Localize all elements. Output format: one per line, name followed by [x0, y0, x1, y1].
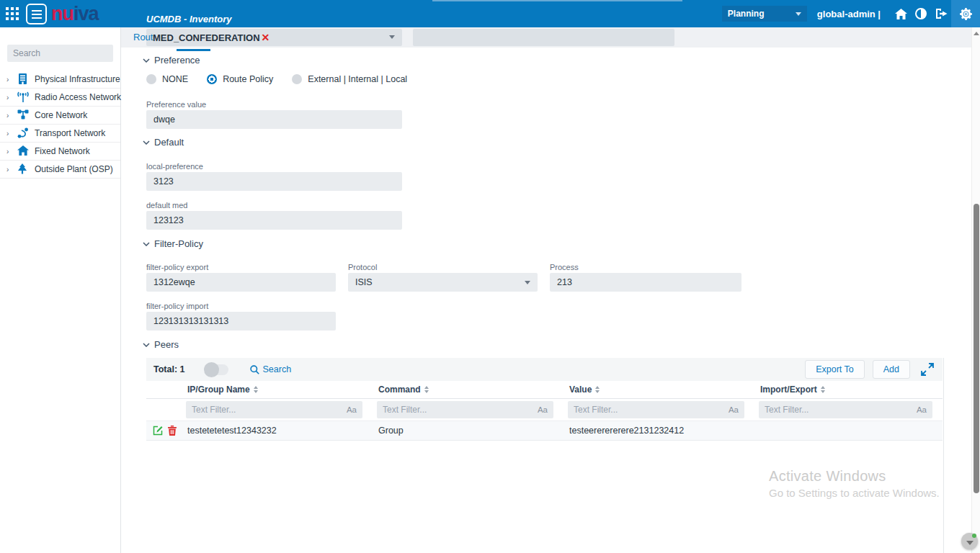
- column-header-command[interactable]: Command: [373, 385, 564, 395]
- sidebar-item-label: Core Network: [35, 110, 87, 120]
- filter-value: Aa: [568, 401, 744, 418]
- scrollbar-thumb[interactable]: [974, 204, 979, 493]
- case-sensitive-toggle[interactable]: Aa: [729, 405, 739, 414]
- filter-policy-export-input[interactable]: [146, 273, 336, 292]
- sidebar-search-input[interactable]: [7, 45, 113, 62]
- chevron-down-icon: [143, 58, 150, 63]
- search-button[interactable]: Search: [250, 364, 292, 374]
- table-row[interactable]: testetetetest12343232 Group testeererere…: [146, 421, 943, 441]
- route-tab-label[interactable]: Rout: [133, 32, 153, 42]
- sidebar-item-label: Radio Access Network: [35, 92, 121, 102]
- sort-icon[interactable]: [595, 386, 600, 393]
- filter-ip-group-name: Aa: [186, 401, 362, 418]
- sidebar-item-label: Fixed Network: [35, 146, 90, 156]
- radio-icon[interactable]: [292, 74, 302, 84]
- planning-dropdown[interactable]: Planning: [722, 6, 807, 22]
- total-count: Total: 1: [153, 364, 185, 374]
- chevron-right-icon[interactable]: ›: [6, 112, 12, 120]
- settings-gear-icon[interactable]: [951, 0, 980, 27]
- sort-icon[interactable]: [821, 386, 825, 393]
- chevron-down-icon: [389, 35, 395, 39]
- expand-table-icon[interactable]: [919, 361, 935, 377]
- section-default[interactable]: Default: [143, 137, 184, 148]
- column-header-ip-group-name[interactable]: IP/Group Name: [182, 385, 373, 395]
- edit-icon[interactable]: [153, 426, 163, 436]
- sidebar-item-outside-plant[interactable]: › Outside Plant (OSP): [0, 161, 120, 179]
- local-preference-input[interactable]: [146, 172, 402, 191]
- vertical-scrollbar[interactable]: [971, 27, 980, 553]
- case-sensitive-toggle[interactable]: Aa: [347, 405, 357, 414]
- sidebar-item-transport-network[interactable]: › Transport Network: [0, 125, 120, 143]
- antenna-icon: [17, 91, 30, 103]
- radio-icon[interactable]: [146, 74, 156, 84]
- chevron-down-icon: [143, 242, 150, 246]
- tree-icon: [17, 163, 30, 175]
- preference-value-input[interactable]: [146, 110, 402, 129]
- toggle-switch[interactable]: [205, 364, 228, 375]
- chevron-right-icon[interactable]: ›: [6, 130, 12, 138]
- filter-import-export: Aa: [759, 401, 932, 418]
- chevron-right-icon[interactable]: ›: [6, 94, 12, 102]
- sidebar-item-core-network[interactable]: › Core Network: [0, 107, 120, 125]
- filter-policy-export-label: filter-policy export: [146, 263, 208, 271]
- remove-chip-icon[interactable]: ✕: [262, 32, 270, 43]
- radio-route-policy[interactable]: Route Policy: [207, 74, 273, 84]
- filter-input[interactable]: [574, 405, 724, 415]
- section-peers[interactable]: Peers: [143, 339, 179, 350]
- sidebar-nav: › Physical Infrastructure › Radio Access…: [0, 71, 120, 179]
- chevron-down-icon: [143, 140, 150, 145]
- column-header-value[interactable]: Value: [564, 385, 754, 395]
- sidebar-item-label: Physical Infrastructure: [35, 74, 120, 84]
- chevron-right-icon[interactable]: ›: [6, 166, 12, 174]
- add-button[interactable]: Add: [873, 360, 910, 379]
- radio-none[interactable]: NONE: [146, 74, 188, 84]
- filter-input[interactable]: [383, 405, 533, 415]
- chevron-right-icon[interactable]: ›: [6, 148, 12, 156]
- hamburger-menu-icon[interactable]: [26, 4, 47, 24]
- app-launcher-grid-icon[interactable]: [6, 7, 19, 20]
- case-sensitive-toggle[interactable]: Aa: [538, 405, 548, 414]
- chevron-right-icon[interactable]: ›: [6, 76, 12, 84]
- scroll-helper-icon[interactable]: [961, 533, 978, 549]
- local-preference-label: local-preference: [146, 162, 203, 171]
- peers-table: IP/Group Name Command Value Import/Expor…: [146, 381, 943, 441]
- preference-value-label: Preference value: [146, 100, 206, 109]
- loading-bar: [432, 0, 682, 1]
- radio-selected-icon[interactable]: [207, 74, 217, 84]
- case-sensitive-toggle[interactable]: Aa: [917, 405, 927, 414]
- filter-command: Aa: [377, 401, 553, 418]
- filter-policy-import-label: filter-policy import: [146, 302, 208, 310]
- filter-policy-import-input[interactable]: [146, 312, 336, 331]
- column-header-import-export[interactable]: Import/Export: [754, 385, 943, 395]
- section-filter-policy[interactable]: Filter-Policy: [143, 238, 203, 249]
- table-header-row: IP/Group Name Command Value Import/Expor…: [146, 381, 943, 399]
- table-filter-row: Aa Aa Aa Aa: [146, 399, 943, 421]
- top-selector-band: Rout MED_CONFEDERATION✕: [121, 27, 971, 48]
- sidebar-item-label: Transport Network: [35, 128, 105, 138]
- toggle-knob[interactable]: [204, 362, 219, 377]
- scrollbar-up-arrow-icon[interactable]: [974, 32, 979, 35]
- filter-input[interactable]: [765, 405, 912, 415]
- cell-ip-group-name: testetetetest12343232: [182, 426, 373, 436]
- filter-input[interactable]: [192, 405, 342, 415]
- chevron-down-icon: [525, 281, 530, 284]
- sidebar-item-radio-access-network[interactable]: › Radio Access Network: [0, 89, 120, 107]
- section-preference[interactable]: Preference: [143, 55, 200, 66]
- delete-icon[interactable]: [168, 426, 177, 436]
- preference-radio-group: NONE Route Policy External | Internal | …: [146, 74, 407, 84]
- secondary-select[interactable]: [413, 29, 674, 46]
- process-input[interactable]: [550, 273, 741, 292]
- nuiva-logo: nuiva: [51, 1, 99, 27]
- protocol-select[interactable]: ISIS: [348, 273, 538, 292]
- contrast-icon[interactable]: [911, 0, 931, 27]
- sidebar-item-fixed-network[interactable]: › Fixed Network: [0, 143, 120, 161]
- logout-icon[interactable]: [931, 0, 951, 27]
- sidebar-item-physical-infrastructure[interactable]: › Physical Infrastructure: [0, 71, 120, 89]
- radio-external-internal-local[interactable]: External | Internal | Local: [292, 74, 407, 84]
- sort-icon[interactable]: [424, 386, 429, 393]
- home-icon[interactable]: [891, 0, 911, 27]
- export-to-button[interactable]: Export To: [805, 360, 865, 379]
- sort-icon[interactable]: [254, 386, 258, 393]
- activate-windows-watermark: Activate Windows Go to Settings to activ…: [769, 468, 940, 499]
- default-med-input[interactable]: [146, 211, 402, 230]
